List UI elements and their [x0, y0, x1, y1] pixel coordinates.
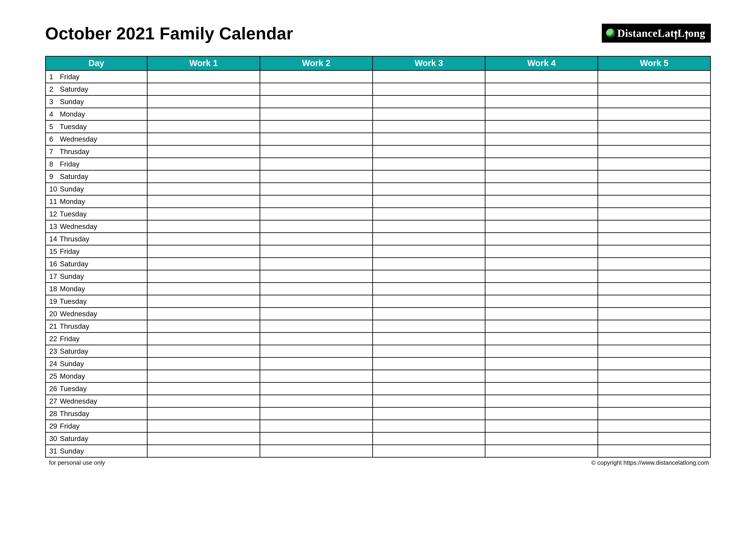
work-cell[interactable]: [147, 345, 260, 358]
work-cell[interactable]: [373, 370, 485, 383]
work-cell[interactable]: [373, 395, 485, 407]
work-cell[interactable]: [485, 333, 598, 345]
work-cell[interactable]: [598, 71, 711, 83]
work-cell[interactable]: [260, 358, 373, 370]
work-cell[interactable]: [147, 295, 260, 308]
work-cell[interactable]: [260, 133, 373, 145]
work-cell[interactable]: [147, 407, 260, 420]
work-cell[interactable]: [373, 383, 485, 395]
work-cell[interactable]: [147, 283, 260, 295]
work-cell[interactable]: [147, 308, 260, 320]
work-cell[interactable]: [598, 96, 711, 108]
work-cell[interactable]: [485, 270, 598, 283]
work-cell[interactable]: [373, 71, 485, 83]
work-cell[interactable]: [260, 71, 373, 83]
work-cell[interactable]: [373, 83, 485, 96]
work-cell[interactable]: [147, 96, 260, 108]
work-cell[interactable]: [260, 345, 373, 358]
work-cell[interactable]: [260, 283, 373, 295]
work-cell[interactable]: [485, 370, 598, 383]
work-cell[interactable]: [485, 183, 598, 195]
work-cell[interactable]: [260, 445, 373, 457]
work-cell[interactable]: [485, 345, 598, 358]
work-cell[interactable]: [260, 258, 373, 270]
work-cell[interactable]: [260, 270, 373, 283]
work-cell[interactable]: [373, 208, 485, 220]
work-cell[interactable]: [485, 445, 598, 457]
work-cell[interactable]: [485, 295, 598, 308]
work-cell[interactable]: [260, 208, 373, 220]
work-cell[interactable]: [485, 133, 598, 145]
work-cell[interactable]: [598, 295, 711, 308]
work-cell[interactable]: [598, 420, 711, 432]
work-cell[interactable]: [598, 120, 711, 133]
work-cell[interactable]: [373, 233, 485, 245]
work-cell[interactable]: [485, 158, 598, 170]
work-cell[interactable]: [147, 270, 260, 283]
work-cell[interactable]: [147, 258, 260, 270]
work-cell[interactable]: [147, 145, 260, 158]
work-cell[interactable]: [260, 432, 373, 445]
work-cell[interactable]: [598, 308, 711, 320]
work-cell[interactable]: [260, 407, 373, 420]
work-cell[interactable]: [147, 245, 260, 258]
work-cell[interactable]: [598, 170, 711, 183]
work-cell[interactable]: [373, 420, 485, 432]
work-cell[interactable]: [598, 208, 711, 220]
work-cell[interactable]: [598, 383, 711, 395]
work-cell[interactable]: [260, 145, 373, 158]
work-cell[interactable]: [485, 245, 598, 258]
work-cell[interactable]: [373, 358, 485, 370]
work-cell[interactable]: [147, 395, 260, 407]
work-cell[interactable]: [260, 420, 373, 432]
work-cell[interactable]: [260, 96, 373, 108]
work-cell[interactable]: [485, 195, 598, 208]
work-cell[interactable]: [373, 345, 485, 358]
work-cell[interactable]: [373, 432, 485, 445]
work-cell[interactable]: [598, 145, 711, 158]
work-cell[interactable]: [598, 158, 711, 170]
work-cell[interactable]: [598, 370, 711, 383]
work-cell[interactable]: [485, 358, 598, 370]
work-cell[interactable]: [598, 407, 711, 420]
work-cell[interactable]: [373, 220, 485, 233]
work-cell[interactable]: [373, 308, 485, 320]
work-cell[interactable]: [373, 108, 485, 120]
work-cell[interactable]: [260, 158, 373, 170]
work-cell[interactable]: [598, 220, 711, 233]
work-cell[interactable]: [485, 83, 598, 96]
work-cell[interactable]: [485, 108, 598, 120]
work-cell[interactable]: [260, 245, 373, 258]
work-cell[interactable]: [598, 245, 711, 258]
work-cell[interactable]: [260, 395, 373, 407]
work-cell[interactable]: [485, 170, 598, 183]
work-cell[interactable]: [373, 133, 485, 145]
work-cell[interactable]: [147, 195, 260, 208]
work-cell[interactable]: [485, 432, 598, 445]
work-cell[interactable]: [485, 145, 598, 158]
work-cell[interactable]: [260, 220, 373, 233]
work-cell[interactable]: [147, 170, 260, 183]
work-cell[interactable]: [485, 96, 598, 108]
work-cell[interactable]: [260, 195, 373, 208]
work-cell[interactable]: [485, 320, 598, 333]
work-cell[interactable]: [373, 320, 485, 333]
work-cell[interactable]: [373, 245, 485, 258]
work-cell[interactable]: [147, 108, 260, 120]
work-cell[interactable]: [373, 145, 485, 158]
work-cell[interactable]: [260, 183, 373, 195]
work-cell[interactable]: [260, 308, 373, 320]
work-cell[interactable]: [598, 445, 711, 457]
work-cell[interactable]: [260, 333, 373, 345]
work-cell[interactable]: [260, 233, 373, 245]
work-cell[interactable]: [260, 383, 373, 395]
work-cell[interactable]: [260, 120, 373, 133]
work-cell[interactable]: [485, 383, 598, 395]
work-cell[interactable]: [598, 320, 711, 333]
work-cell[interactable]: [147, 383, 260, 395]
work-cell[interactable]: [147, 358, 260, 370]
work-cell[interactable]: [485, 208, 598, 220]
work-cell[interactable]: [260, 170, 373, 183]
work-cell[interactable]: [373, 445, 485, 457]
work-cell[interactable]: [485, 233, 598, 245]
